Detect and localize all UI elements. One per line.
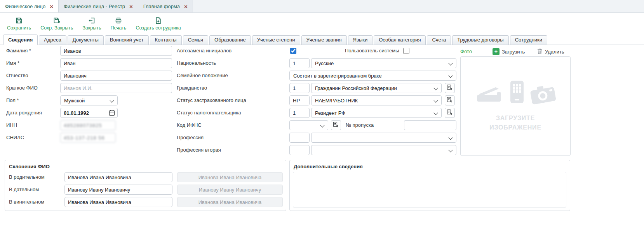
profession-label: Профессия bbox=[177, 133, 204, 143]
tab-osobaya-kategoriya[interactable]: Особая категория bbox=[374, 35, 426, 45]
patronymic-input[interactable] bbox=[60, 71, 172, 81]
insured-status-code-input[interactable] bbox=[289, 95, 310, 105]
window-tab-bar: Физическое лицо × Физические лица - Реес… bbox=[0, 0, 644, 13]
tab-trudovye-dogovory[interactable]: Трудовые договоры bbox=[452, 35, 508, 45]
pass-number-label: № пропуска bbox=[346, 120, 374, 130]
tab-adresa[interactable]: Адреса bbox=[39, 35, 66, 45]
citizenship-code-input[interactable] bbox=[289, 83, 310, 93]
window-tab-person[interactable]: Физическое лицо × bbox=[0, 0, 59, 12]
accusative-suggestion-button[interactable]: Иванова Ивана Ивановича bbox=[177, 197, 283, 207]
chevron-down-icon bbox=[448, 148, 453, 152]
ifns-picker-button[interactable] bbox=[331, 120, 341, 130]
delete-photo-label: Удалить bbox=[545, 49, 564, 55]
system-user-checkbox[interactable] bbox=[403, 48, 409, 54]
dative-input[interactable] bbox=[64, 185, 172, 195]
profession-code-input[interactable] bbox=[289, 133, 310, 143]
auto-initials-checkbox[interactable] bbox=[290, 48, 296, 54]
close-icon[interactable]: × bbox=[50, 3, 53, 9]
citizenship-label: Гражданство bbox=[177, 83, 207, 93]
taxpayer-status-select[interactable]: Резидент РФ bbox=[311, 108, 442, 118]
upload-image-text: ЗАГРУЗИТЕ ИЗОБРАЖЕНИЕ bbox=[489, 114, 541, 132]
nationality-label: Национальность bbox=[177, 58, 216, 68]
genitive-suggestion-button[interactable]: Иванова Ивана Ивановича bbox=[177, 172, 283, 182]
close-icon[interactable]: × bbox=[129, 3, 133, 9]
citizenship-value: Гражданин Российской Федерации bbox=[315, 85, 397, 91]
nationality-code-input[interactable] bbox=[289, 58, 310, 68]
insured-status-label: Статус застрахованного лица bbox=[177, 95, 246, 105]
first-name-label: Имя * bbox=[6, 58, 19, 68]
profession-second-label: Профессия вторая bbox=[177, 145, 221, 155]
close-button[interactable]: Закрыть bbox=[82, 17, 101, 31]
calendar-icon[interactable] bbox=[109, 110, 115, 117]
gender-label: Пол * bbox=[6, 95, 19, 105]
ifns-code-select[interactable] bbox=[289, 120, 328, 130]
delete-photo-button[interactable]: Удалить bbox=[537, 47, 564, 56]
plus-icon: + bbox=[493, 48, 500, 55]
gender-select[interactable]: Мужской bbox=[60, 95, 118, 105]
tab-voinskiy-uchet[interactable]: Воинский учет bbox=[105, 35, 149, 45]
tab-sotrudniki[interactable]: Сотрудники bbox=[510, 35, 547, 45]
pass-number-input[interactable] bbox=[404, 120, 456, 130]
select-from-list-icon bbox=[447, 109, 453, 117]
tab-scheta[interactable]: Счета bbox=[427, 35, 451, 45]
declensions-panel: Склонения ФИО В родительном Иванова Иван… bbox=[5, 160, 286, 211]
tab-dokumenty[interactable]: Документы bbox=[68, 35, 104, 45]
genitive-input[interactable] bbox=[64, 172, 172, 182]
save-close-button-label: Сохр. Закрыть bbox=[40, 25, 73, 31]
insured-status-picker-button[interactable] bbox=[445, 95, 455, 105]
photo-placeholder[interactable]: ЗАГРУЗИТЕ ИЗОБРАЖЕНИЕ bbox=[460, 56, 571, 156]
window-tab-persons-registry[interactable]: Физические лица - Реестр × bbox=[59, 0, 138, 12]
select-from-list-icon bbox=[447, 97, 453, 104]
tab-obrazovanie[interactable]: Образование bbox=[209, 35, 251, 45]
birth-date-label: Дата рождения bbox=[6, 108, 42, 118]
window-tab-label: Физические лица - Реестр bbox=[64, 3, 125, 9]
profession-select[interactable] bbox=[311, 133, 456, 143]
additional-info-textarea[interactable] bbox=[293, 172, 566, 207]
person-form-page: Физическое лицо × Физические лица - Реес… bbox=[0, 0, 644, 247]
chevron-down-icon bbox=[320, 123, 324, 127]
marital-status-select[interactable]: Состоит в зарегистрированном браке bbox=[289, 71, 456, 81]
insured-status-value: НАЕМ/РАБОТНИК bbox=[315, 98, 358, 104]
create-employee-button[interactable]: Создать сотрудника bbox=[136, 17, 181, 31]
exit-icon bbox=[88, 17, 96, 24]
window-tab-label: Главная форма bbox=[143, 3, 180, 9]
select-from-list-icon bbox=[333, 121, 339, 129]
tab-semya[interactable]: Семья bbox=[183, 35, 208, 45]
snils-input[interactable] bbox=[60, 133, 116, 143]
marital-status-label: Семейное положение bbox=[177, 71, 228, 81]
tab-kontakty[interactable]: Контакты bbox=[150, 35, 182, 45]
citizenship-select[interactable]: Гражданин Российской Федерации bbox=[311, 83, 442, 93]
profession-second-code-input[interactable] bbox=[289, 145, 310, 155]
save-close-button[interactable]: Сохр. Закрыть bbox=[40, 17, 73, 31]
insured-status-select[interactable]: НАЕМ/РАБОТНИК bbox=[311, 95, 442, 105]
surname-label: Фамилия * bbox=[6, 46, 31, 56]
tab-svedeniya[interactable]: Сведения bbox=[3, 35, 38, 45]
accusative-label: В винительном bbox=[9, 197, 44, 207]
window-tab-main-form[interactable]: Главная форма × bbox=[138, 0, 193, 12]
taxpayer-status-code-input[interactable] bbox=[289, 108, 310, 118]
upload-photo-button[interactable]: + Загрузить bbox=[493, 47, 525, 56]
taxpayer-status-picker-button[interactable] bbox=[445, 108, 455, 118]
short-fio-input[interactable] bbox=[60, 83, 172, 93]
form-tab-strip: Сведения Адреса Документы Воинский учет … bbox=[0, 34, 644, 45]
print-button[interactable]: Печать bbox=[110, 17, 126, 31]
nationality-select[interactable]: Русские bbox=[311, 58, 456, 68]
inn-input[interactable] bbox=[60, 120, 116, 130]
auto-initials-label: Автозамена инициалов bbox=[177, 46, 231, 56]
tab-yazyki[interactable]: Языки bbox=[348, 35, 373, 45]
save-icon bbox=[15, 17, 23, 24]
gender-value: Мужской bbox=[64, 98, 85, 104]
save-button[interactable]: Сохранить bbox=[7, 17, 31, 31]
close-button-label: Закрыть bbox=[82, 25, 101, 31]
tab-uchenye-zvaniya[interactable]: Ученые звания bbox=[301, 35, 347, 45]
nationality-value: Русские bbox=[315, 60, 334, 66]
close-icon[interactable]: × bbox=[184, 3, 188, 9]
taxpayer-status-label: Статус налогоплательщика bbox=[177, 108, 241, 118]
tab-uchenye-stepeni[interactable]: Ученые степени bbox=[252, 35, 300, 45]
surname-input[interactable] bbox=[60, 46, 172, 56]
profession-second-select[interactable] bbox=[311, 145, 456, 155]
dative-suggestion-button[interactable]: Иванову Ивану Ивановичу bbox=[177, 185, 283, 195]
citizenship-picker-button[interactable] bbox=[445, 83, 455, 93]
accusative-input[interactable] bbox=[64, 197, 172, 207]
first-name-input[interactable] bbox=[60, 58, 172, 68]
